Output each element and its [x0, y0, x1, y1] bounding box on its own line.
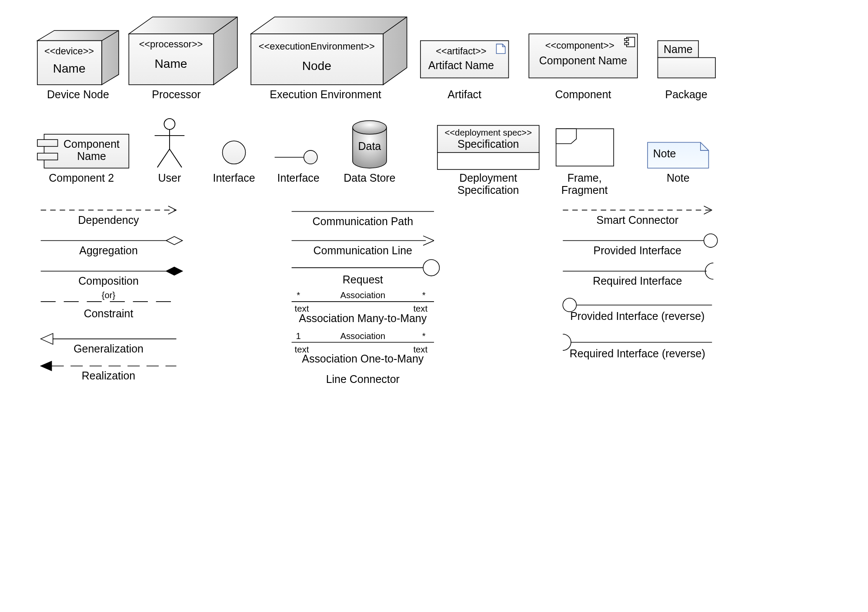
component-name: Component Name	[539, 54, 627, 67]
frame-caption-l2: Fragment	[561, 184, 608, 196]
user-caption: User	[158, 172, 181, 184]
depspec-shape: <<deployment spec>> Specification	[437, 125, 539, 169]
generalization-caption: Generalization	[73, 343, 144, 355]
component2-shape: Component Name	[37, 134, 129, 168]
composition-connector	[41, 267, 183, 275]
interface-shape	[223, 141, 246, 164]
device-caption: Device Node	[47, 88, 109, 100]
svg-point-25	[304, 150, 317, 164]
interface2-caption: Interface	[277, 172, 320, 184]
frame-caption-l1: Frame,	[568, 172, 602, 184]
note-caption: Note	[667, 172, 690, 184]
exec-caption: Execution Environment	[270, 88, 381, 100]
assoc-mm-right: *	[422, 290, 426, 300]
exec-env-shape: <<executionEnvironment>> Node	[251, 17, 407, 85]
document-icon	[496, 44, 505, 53]
artifact-shape: <<artifact>> Artifact Name	[421, 41, 509, 78]
interface-line-shape	[275, 150, 317, 164]
assoc-om-mid: Association	[340, 331, 385, 341]
frame-shape	[556, 129, 614, 166]
depspec-name: Specification	[457, 138, 519, 150]
note-name: Note	[653, 147, 676, 160]
svg-point-19	[164, 119, 175, 130]
realization-caption: Realization	[82, 369, 135, 382]
svg-rect-15	[658, 58, 716, 78]
dependency-caption: Dependency	[78, 214, 140, 226]
dependency-connector	[41, 206, 177, 214]
interface1-caption: Interface	[213, 172, 255, 184]
svg-point-39	[423, 259, 439, 276]
line-connector-caption: Line Connector	[326, 373, 400, 385]
provided-caption: Provided Interface	[594, 244, 681, 256]
processor-stereotype: <<processor>>	[139, 39, 203, 50]
device-node-shape: <<device>> Name	[37, 30, 119, 85]
smart-caption: Smart Connector	[597, 214, 679, 226]
assoc-om-left: 1	[296, 331, 301, 341]
depspec-stereotype: <<deployment spec>>	[444, 128, 532, 137]
artifact-stereotype: <<artifact>>	[436, 46, 486, 57]
svg-rect-12	[624, 39, 628, 41]
request-caption: Request	[343, 273, 383, 286]
processor-caption: Processor	[152, 88, 200, 100]
assoc-mm-mid: Association	[340, 290, 385, 300]
depspec-caption-l2: Specification	[457, 184, 519, 196]
component-stereotype: <<component>>	[545, 40, 614, 51]
assoc-om-right: *	[422, 331, 426, 341]
component2-name-l1: Component	[63, 138, 120, 150]
processor-name: Name	[155, 57, 187, 70]
smart-connector	[563, 206, 712, 214]
device-stereotype: <<device>>	[44, 46, 94, 57]
svg-rect-17	[37, 140, 58, 146]
commline-caption: Communication Line	[314, 244, 412, 256]
provided-rev-caption: Provided Interface (reverse)	[570, 310, 704, 322]
constraint-text: {or}	[102, 290, 116, 300]
svg-rect-18	[37, 153, 58, 160]
svg-line-22	[157, 149, 170, 167]
component-shape: <<component>> Component Name	[529, 34, 637, 78]
required-caption: Required Interface	[593, 275, 682, 287]
component2-name-l2: Name	[77, 150, 106, 162]
constraint-caption: Constraint	[84, 307, 134, 319]
exec-stereotype: <<executionEnvironment>>	[259, 41, 375, 52]
exec-name: Node	[302, 59, 331, 73]
artifact-caption: Artifact	[447, 88, 481, 100]
commpath-caption: Communication Path	[313, 215, 413, 227]
assoc-mm-left: *	[297, 290, 300, 300]
component2-caption: Component 2	[49, 172, 114, 184]
note-shape: Note	[648, 142, 708, 168]
datastore-shape: Data	[353, 121, 387, 168]
aggregation-connector	[41, 236, 183, 245]
depspec-caption-l1: Deployment	[459, 172, 517, 184]
user-shape	[155, 119, 185, 167]
device-name: Name	[53, 62, 86, 75]
composition-caption: Composition	[78, 275, 139, 287]
assoc-mm-connector: * Association * text text	[292, 290, 434, 313]
svg-line-23	[170, 149, 182, 167]
component-caption: Component	[555, 88, 611, 100]
package-name: Name	[664, 43, 693, 55]
assoc-mm-caption: Association Many-to-Many	[299, 312, 427, 324]
aggregation-caption: Aggregation	[79, 244, 138, 256]
uml-deployment-stencil: <<device>> Name Device Node <<processor>…	[0, 0, 868, 612]
svg-point-26	[353, 121, 387, 134]
svg-rect-13	[624, 43, 628, 45]
svg-rect-28	[437, 153, 539, 170]
datastore-caption: Data Store	[344, 172, 395, 184]
constraint-connector: {or}	[41, 290, 177, 302]
assoc-om-caption: Association One-to-Many	[302, 353, 424, 365]
required-rev-caption: Required Interface (reverse)	[570, 347, 705, 359]
processor-shape: <<processor>> Name	[129, 17, 237, 85]
artifact-name: Artifact Name	[428, 59, 494, 71]
svg-point-44	[704, 234, 718, 247]
package-shape: Name	[658, 41, 716, 78]
datastore-name: Data	[358, 140, 381, 152]
package-caption: Package	[665, 88, 708, 100]
assoc-om-connector: 1 Association * text text	[292, 331, 434, 354]
